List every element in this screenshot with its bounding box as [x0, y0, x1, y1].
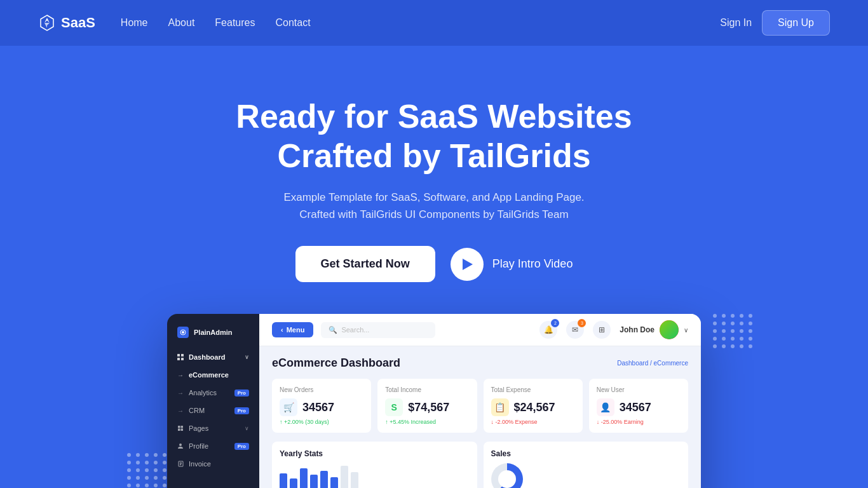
sales-chart [491, 463, 523, 488]
sales-title: Sales [491, 449, 681, 458]
yearly-stats-title: Yearly Stats [280, 449, 470, 458]
decorative-dots-left [127, 453, 168, 487]
svg-rect-12 [181, 429, 184, 431]
sidebar-item-dashboard[interactable]: Dashboard ∨ [167, 348, 259, 366]
stat-card-expense: Total Expense 📋 $24,567 ↓ -2.00% Expense [484, 379, 583, 433]
user-name: John Doe [620, 325, 654, 334]
dashboard-title: eCommerce Dashboard [272, 356, 400, 370]
logo[interactable]: SaaS [38, 14, 95, 32]
nav-contact[interactable]: Contact [275, 17, 310, 28]
nav-home[interactable]: Home [121, 17, 148, 28]
play-video-button[interactable]: Play Intro Video [451, 248, 573, 281]
svg-marker-1 [44, 18, 50, 23]
search-bar[interactable]: 🔍 Search... [321, 322, 435, 338]
user-icon [177, 443, 184, 449]
stat-change-income: ↑ +5.45% Increased [385, 419, 469, 425]
hero-section: Ready for SaaS Websites Crafted by TailG… [0, 46, 868, 282]
sidebar-item-ecommerce[interactable]: → eCommerce [167, 366, 259, 384]
sidebar-logo: PlainAdmin [167, 324, 259, 348]
stat-change-users: ↓ -25.00% Earning [597, 419, 681, 425]
topbar-right: 🔔 2 ✉ 3 ⊞ John Doe ∨ [539, 320, 688, 339]
svg-point-13 [179, 444, 182, 446]
sidebar: PlainAdmin Dashboard ∨ → eCommerce → Ana… [167, 314, 259, 488]
navbar: SaaS Home About Features Contact Sign In… [0, 0, 868, 46]
logo-icon [38, 14, 56, 32]
yearly-stats-chart [280, 463, 470, 488]
search-icon: 🔍 [329, 326, 337, 334]
grid-icon [177, 354, 184, 360]
stat-card-users: New User 👤 34567 ↓ -25.00% Earning [589, 379, 688, 433]
get-started-button[interactable]: Get Started Now [295, 246, 435, 282]
dash-header: eCommerce Dashboard Dashboard / eCommerc… [272, 356, 688, 370]
dashboard-preview: PlainAdmin Dashboard ∨ → eCommerce → Ana… [0, 314, 868, 488]
stat-value-orders: 34567 [302, 401, 334, 414]
sidebar-logo-icon [177, 327, 189, 338]
nav-about[interactable]: About [168, 17, 195, 28]
avatar [660, 320, 679, 339]
invoice-icon [177, 461, 184, 467]
sales-card: Sales [484, 442, 689, 488]
filter-icon[interactable]: ⊞ [593, 321, 611, 339]
signup-button[interactable]: Sign Up [762, 10, 830, 36]
stats-grid: New Orders 🛒 34567 ↑ +2.00% (30 days) To… [272, 379, 688, 433]
sidebar-item-profile[interactable]: Profile Pro [167, 437, 259, 455]
stat-change-expense: ↓ -2.00% Expense [491, 419, 575, 425]
signin-button[interactable]: Sign In [720, 17, 752, 29]
svg-rect-10 [181, 426, 184, 428]
stat-value-expense: $24,567 [514, 401, 555, 414]
stat-label-users: New User [597, 386, 681, 393]
profile-pro-badge: Pro [234, 443, 249, 450]
stat-value-users: 34567 [620, 401, 651, 414]
stat-label-income: Total Income [385, 386, 469, 393]
expense-icon: 📋 [491, 398, 509, 416]
svg-rect-5 [177, 354, 180, 356]
pages-icon [177, 425, 184, 431]
stat-change-orders: ↑ +2.00% (30 days) [280, 419, 363, 425]
hero-buttons: Get Started Now Play Intro Video [38, 246, 830, 282]
notifications-button[interactable]: 🔔 2 [539, 321, 557, 339]
svg-marker-2 [44, 23, 50, 28]
stat-value-income: $74,567 [408, 401, 449, 414]
sidebar-item-pages[interactable]: Pages ∨ [167, 419, 259, 437]
orders-icon: 🛒 [280, 398, 297, 416]
analytics-pro-badge: Pro [234, 390, 249, 396]
main-content: ‹ Menu 🔍 Search... 🔔 2 ✉ 3 [259, 314, 701, 488]
svg-rect-7 [177, 358, 180, 360]
crm-pro-badge: Pro [234, 407, 249, 414]
navbar-left: SaaS Home About Features Contact [38, 14, 311, 32]
hero-subtitle: Example Template for SaaS, Software, and… [38, 189, 830, 223]
topbar: ‹ Menu 🔍 Search... 🔔 2 ✉ 3 [259, 314, 701, 346]
stat-label-expense: Total Expense [491, 386, 575, 393]
chevron-down-icon: ∨ [684, 327, 688, 334]
sidebar-item-analytics[interactable]: → Analytics Pro [167, 384, 259, 402]
sidebar-item-invoice[interactable]: Invoice [167, 455, 259, 473]
dash-content: eCommerce Dashboard Dashboard / eCommerc… [259, 346, 701, 488]
nav-features[interactable]: Features [215, 17, 255, 28]
stat-card-income: Total Income S $74,567 ↑ +5.45% Increase… [377, 379, 477, 433]
navbar-right: Sign In Sign Up [720, 10, 830, 36]
menu-button[interactable]: ‹ Menu [272, 322, 313, 337]
topbar-left: ‹ Menu 🔍 Search... [272, 322, 435, 338]
message-badge: 3 [578, 319, 586, 327]
svg-rect-6 [181, 354, 184, 356]
users-icon: 👤 [597, 398, 614, 416]
notification-badge: 2 [551, 319, 559, 327]
svg-rect-9 [178, 426, 180, 428]
preview-window: PlainAdmin Dashboard ∨ → eCommerce → Ana… [167, 314, 701, 488]
bottom-row: Yearly Stats Sales [272, 442, 688, 488]
user-profile-button[interactable]: John Doe ∨ [620, 320, 688, 339]
svg-rect-11 [178, 429, 180, 431]
play-triangle-icon [463, 259, 473, 270]
play-icon [451, 248, 484, 281]
search-placeholder: Search... [341, 326, 369, 334]
hero-title: Ready for SaaS Websites Crafted by TailG… [38, 97, 830, 176]
svg-rect-8 [181, 358, 184, 360]
messages-button[interactable]: ✉ 3 [566, 321, 584, 339]
breadcrumb: Dashboard / eCommerce [617, 360, 688, 367]
stat-label-orders: New Orders [280, 386, 363, 393]
yearly-stats-card: Yearly Stats [272, 442, 477, 488]
income-icon: S [385, 398, 403, 416]
sidebar-item-crm[interactable]: → CRM Pro [167, 402, 259, 419]
svg-point-4 [182, 331, 184, 334]
nav-links: Home About Features Contact [121, 17, 311, 29]
